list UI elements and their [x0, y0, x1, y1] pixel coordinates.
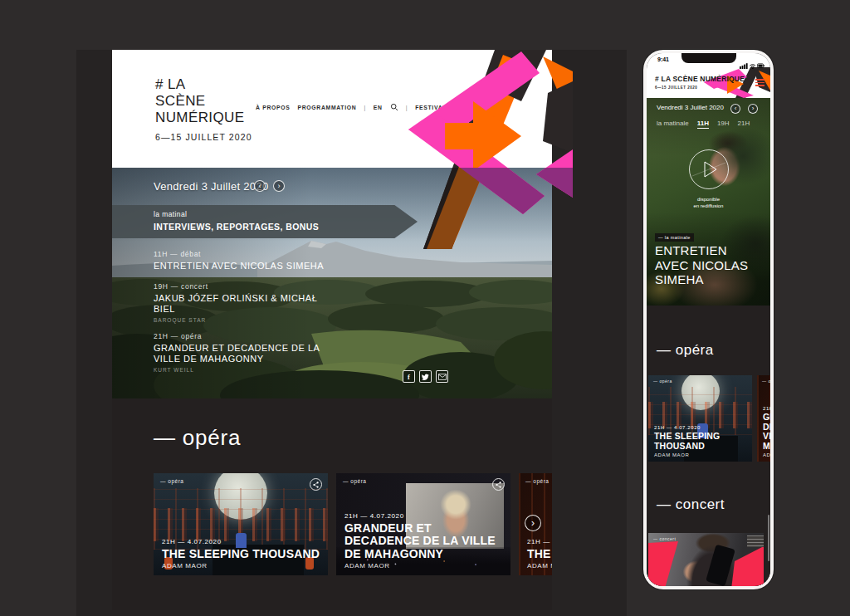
card-datetime: 21H — 4.07.2020 [527, 538, 552, 545]
next-day-button[interactable]: › [748, 104, 758, 114]
card-category-label: — opéra [343, 478, 366, 484]
event-item-19h[interactable]: 19H — concert JAKUB JÓZEF ORLIŃSKI & MIC… [154, 282, 335, 323]
card-text: 21H — 4.07.2020 THE SLEEPING THOUSAND AD… [654, 425, 747, 457]
nav-link-festival-aix[interactable]: FESTIVAL D'AIX [415, 105, 467, 110]
share-button[interactable] [310, 478, 322, 491]
event-title: GRANDEUR ET DECADENCE DE LA VILLE DE MAH… [154, 343, 335, 364]
replay-availability: disponible en rediffusion [647, 196, 770, 209]
mobile-festival-dates: 6—15 JUILLET 2020 [655, 86, 697, 90]
card-datetime: 21H — 4.07.2020 [162, 538, 323, 545]
card-text: 21H — 4.07.2020 THE SLEEPING THOUSAND AD… [527, 538, 552, 570]
event-credit: BAROQUE STAR [154, 317, 335, 323]
logo-line: # LA [155, 76, 252, 93]
facebook-share-button[interactable]: f [403, 370, 415, 383]
desktop-header: # LA SCÈNE NUMÉRIQUE 6—15 JUILLET 2020 À… [112, 50, 552, 168]
logo-line: SCÈNE [155, 93, 252, 110]
card-title: GRANDEUR ET DECADENCE DE LA VILLE DE MAH… [344, 522, 506, 561]
battery-icon [758, 64, 765, 68]
event-card-mahagonny[interactable]: — opéra 21H — 4.07.2020 GRANDEUR ET DECA… [336, 473, 510, 575]
mobile-hero-date: Vendredi 3 Juillet 2020 [657, 104, 724, 111]
desktop-nav: À PROPOS PROGRAMMATION | EN | FESTIVAL D… [256, 103, 467, 111]
event-card-sleeping-thousand[interactable]: — opéra 21H — 4.07.2020 THE SLEEPING THO… [154, 473, 328, 575]
share-icon [496, 482, 501, 488]
event-title: JAKUB JÓZEF ORLIŃSKI & MICHAŁ BIEL [154, 293, 335, 315]
tab-19h[interactable]: 19H [717, 120, 730, 129]
event-meta: 19H — concert [154, 282, 335, 291]
phone-notch [681, 53, 736, 63]
nav-link-apropos[interactable]: À PROPOS [256, 105, 290, 110]
replay-line: disponible [647, 196, 770, 203]
nav-link-programmation[interactable]: PROGRAMMATION [297, 105, 356, 110]
mobile-opera-section: — opéra — opéra 21H — 4.07.2020 THE SLEE… [647, 306, 770, 477]
menu-icon[interactable] [755, 79, 765, 88]
card-title: THE SLEEPING THOUSAND [654, 432, 747, 451]
tab-11h[interactable]: 11H [697, 120, 709, 129]
play-icon [690, 150, 728, 188]
share-icon [313, 482, 319, 488]
logo-line: NUMÉRIQUE [155, 110, 252, 126]
card-text: 21H — 4.07.2020 THE SLEEPING THOUSAND AD… [162, 538, 323, 570]
svg-text:f: f [408, 374, 410, 380]
event-credit: KURT WEILL [154, 367, 335, 373]
carousel-next-button[interactable]: › [525, 515, 541, 531]
mobile-hero-title[interactable]: ENTRETIEN AVEC NICOLAS SIMEHA [655, 243, 761, 287]
tab-la-matinale[interactable]: la matinale [657, 120, 689, 129]
replay-line: en rediffusion [647, 203, 770, 209]
event-card-sleeping-thousand[interactable]: — opéra 21H — 4.07.2020 THE SLEEPING THO… [648, 375, 752, 462]
festival-dates: 6—15 JUILLET 2020 [155, 132, 252, 142]
mobile-site-logo[interactable]: # LA SCÈNE NUMÉRIQUE [655, 75, 745, 83]
page-canvas: # LA SCÈNE NUMÉRIQUE 6—15 JUILLET 2020 À… [0, 0, 850, 616]
mobile-hero: Vendredi 3 Juillet 2020 ‹ › la matinale … [647, 98, 770, 306]
opera-section: — opéra — opéra [112, 398, 552, 610]
event-card-partial-mahagonny[interactable]: — opéra 21H — 4.07.2020 GRANDEUR ET DECA… [757, 375, 770, 462]
hero-section: Vendredi 3 Juillet 2020 ‹ › la matinal I… [112, 168, 552, 398]
twitter-share-button[interactable] [419, 370, 432, 383]
card-category-label: — concert [653, 536, 676, 541]
card-credit: ADAM MAOR [654, 452, 747, 457]
matinale-banner[interactable]: la matinal INTERVIEWS, REPORTAGES, BONUS [112, 205, 418, 238]
card-title: THE SLEEPING THOUSAND [162, 548, 323, 561]
matinale-badge: — la matinale [655, 233, 694, 242]
card-title: THE SLEEPING THOUSAND [527, 548, 552, 561]
section-heading-opera: — opéra [657, 342, 714, 359]
mobile-screen: 9:41 # [647, 53, 770, 586]
card-datetime: 21H — 4.07.2020 [654, 425, 747, 430]
status-time: 9:41 [657, 56, 669, 62]
nav-divider: | [406, 105, 408, 110]
event-card-partial[interactable]: — opéra › 21H — 4.07.2020 THE SLEEPING T… [519, 473, 552, 575]
banner-title: INTERVIEWS, REPORTAGES, BONUS [154, 222, 418, 232]
desktop-mockup: # LA SCÈNE NUMÉRIQUE 6—15 JUILLET 2020 À… [112, 50, 552, 610]
next-day-button[interactable]: › [273, 180, 285, 192]
hero-date: Vendredi 3 Juillet 2020 [154, 180, 268, 193]
signal-icon [740, 63, 748, 69]
nav-lang-toggle[interactable]: EN [374, 105, 383, 110]
card-category-label: — opéra [762, 379, 770, 384]
mobile-mockup: 9:41 # [643, 50, 774, 589]
play-button[interactable] [689, 149, 729, 189]
event-item-21h[interactable]: 21H — opéra GRANDEUR ET DECADENCE DE LA … [154, 332, 335, 373]
card-credit: ADAM MAOR [162, 562, 323, 570]
prev-day-button[interactable]: ‹ [254, 180, 266, 192]
email-share-button[interactable] [436, 370, 448, 383]
site-logo[interactable]: # LA SCÈNE NUMÉRIQUE 6—15 JUILLET 2020 [155, 76, 252, 142]
section-heading-opera: — opéra [154, 425, 241, 451]
card-category-label: — opéra [160, 478, 183, 484]
mobile-concert-section: — concert — concert [647, 477, 770, 586]
partial-next-card [747, 535, 764, 547]
event-card-concert[interactable]: — concert [648, 533, 764, 586]
nav-divider: | [364, 105, 365, 110]
event-item-11h[interactable]: 11H — débat ENTRETIEN AVEC NICOLAS SIMEH… [154, 250, 335, 271]
card-category-label: — opéra [653, 379, 672, 384]
tab-21h[interactable]: 21H [738, 120, 750, 129]
event-title: ENTRETIEN AVEC NICOLAS SIMEHA [154, 261, 335, 271]
scrollbar[interactable] [768, 515, 769, 561]
card-text: 21H — 4.07.2020 GRANDEUR ET DECADENCE DE… [763, 406, 770, 457]
card-text: 21H — 4.07.2020 GRANDEUR ET DECADENCE DE… [344, 512, 506, 570]
email-icon [438, 374, 447, 380]
share-button[interactable] [492, 478, 505, 491]
status-icons [740, 57, 765, 72]
section-heading-concert: — concert [657, 496, 725, 513]
prev-day-button[interactable]: ‹ [730, 104, 740, 114]
search-icon[interactable] [390, 103, 398, 111]
twitter-icon [422, 374, 429, 380]
